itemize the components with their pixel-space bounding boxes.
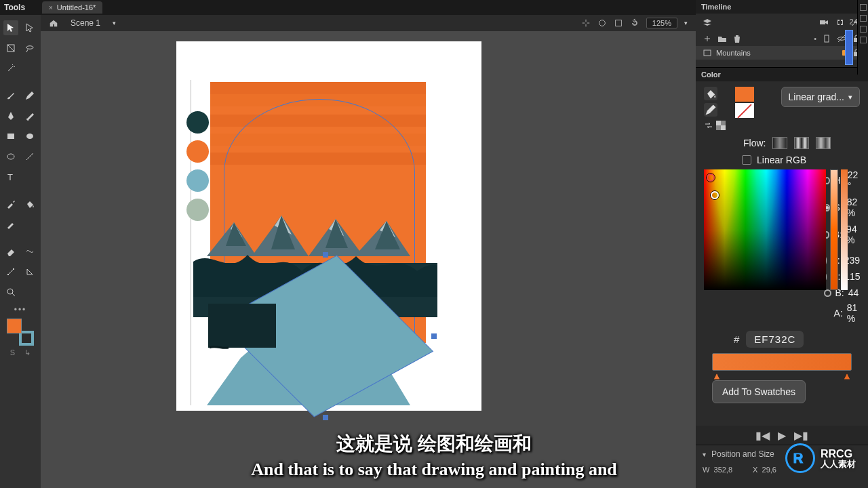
tools-panel: T ••• S ↳ (0, 15, 41, 488)
fill-swatch[interactable] (7, 319, 22, 333)
gradient-stop-left[interactable] (713, 370, 720, 377)
zoom-dropdown-icon[interactable]: ▾ (684, 20, 688, 26)
fill-stroke-swatch[interactable] (7, 319, 34, 346)
go-start-icon[interactable]: ▮◀ (755, 429, 770, 442)
timeline-title: Timeline (696, 0, 868, 14)
lasso-tool[interactable] (22, 41, 37, 56)
a-value[interactable]: 81 % (847, 302, 860, 324)
center-stage-icon[interactable] (581, 18, 591, 28)
outline-toggle-icon[interactable] (822, 34, 831, 43)
brush-tool[interactable] (3, 88, 18, 103)
object-drawing-icon[interactable]: ↳ (24, 348, 31, 357)
fit-icon[interactable] (614, 18, 623, 28)
delete-layer-icon[interactable] (732, 34, 742, 43)
ws-icon[interactable] (860, 4, 867, 11)
palette-circle-1 (186, 111, 209, 134)
s-value[interactable]: 82 % (847, 197, 860, 218)
default-colors-icon[interactable] (716, 121, 726, 130)
home-icon[interactable] (49, 18, 58, 28)
svg-point-0 (599, 20, 605, 26)
document-tab[interactable]: × Untitled-16* (42, 1, 102, 14)
gradient-preview[interactable] (712, 353, 852, 371)
bone-tool[interactable] (3, 264, 18, 279)
ink-bottle-tool[interactable] (3, 217, 18, 232)
ellipse-tool[interactable] (22, 129, 37, 144)
pencil-tool[interactable] (22, 88, 37, 103)
x-label: X (753, 466, 757, 474)
svg-rect-19 (820, 20, 825, 24)
line-tool[interactable] (22, 149, 37, 164)
width-tool[interactable] (22, 244, 37, 259)
chevron-down-icon[interactable]: ▾ (703, 451, 706, 458)
free-transform-tool[interactable] (3, 41, 18, 56)
rgb-b-radio[interactable] (824, 289, 831, 297)
camera-icon[interactable] (819, 18, 829, 27)
ws-icon[interactable] (860, 37, 867, 43)
watermark-logo-icon (785, 443, 815, 473)
ws-icon[interactable] (860, 15, 867, 22)
hex-input[interactable]: EF732C (746, 331, 804, 348)
layer-row[interactable]: Mountains (696, 46, 868, 60)
magic-wand-tool[interactable] (3, 61, 18, 76)
paint-brush-tool[interactable] (22, 108, 37, 123)
gradient-stop-right[interactable] (844, 370, 850, 377)
hue-slider[interactable] (830, 169, 838, 290)
flow-repeat-icon[interactable] (816, 137, 831, 149)
saturation-value-box[interactable] (704, 169, 826, 290)
w-value[interactable]: 352,8 (714, 466, 733, 474)
color-spectrum[interactable] (704, 169, 820, 290)
swap-colors-icon[interactable] (704, 121, 713, 130)
fill-color-swatch[interactable] (735, 87, 754, 102)
eyedropper-tool[interactable] (3, 197, 18, 211)
linear-rgb-checkbox[interactable] (742, 155, 751, 165)
b-value[interactable]: 94 % (846, 224, 860, 245)
selection-tool[interactable] (3, 20, 18, 35)
scene-dropdown-icon[interactable]: ▾ (113, 20, 116, 26)
more-tools-icon[interactable]: ••• (0, 305, 41, 314)
selected-shape[interactable] (210, 248, 441, 458)
paint-bucket-tool[interactable] (22, 197, 37, 211)
x-value[interactable]: 29,6 (762, 466, 776, 474)
fill-type-select[interactable]: Linear grad... ▾ (781, 87, 861, 107)
add-to-swatches-button[interactable]: Add To Swatches (712, 380, 806, 403)
stroke-pencil-icon[interactable] (704, 103, 717, 117)
ws-icon[interactable] (860, 26, 867, 33)
play-icon[interactable]: ▶ (778, 429, 786, 442)
new-layer-icon[interactable] (703, 34, 712, 43)
bind-tool[interactable] (22, 264, 37, 279)
snap-icon[interactable]: S (10, 348, 15, 357)
clip-icon[interactable] (597, 18, 607, 28)
canvas-stage[interactable] (41, 31, 696, 488)
alpha-slider[interactable] (841, 169, 848, 290)
new-folder-icon[interactable] (717, 34, 727, 43)
layer-name: Mountains (716, 49, 751, 57)
go-end-icon[interactable]: ▶▮ (794, 429, 808, 442)
subselection-tool[interactable] (22, 20, 37, 35)
workspace-switcher[interactable] (857, 0, 868, 75)
rotate-icon[interactable] (630, 18, 639, 28)
h-value[interactable]: 22 ° (848, 169, 860, 191)
zoom-level[interactable]: 125% (646, 18, 677, 28)
layers-icon[interactable] (703, 18, 712, 27)
stroke-color-swatch[interactable] (735, 103, 754, 118)
frame-strip[interactable] (845, 30, 853, 65)
eraser-tool[interactable] (3, 244, 18, 259)
text-tool[interactable]: T (3, 169, 18, 184)
gradient-stop-cursor-1[interactable] (707, 174, 715, 182)
zoom-tool[interactable] (3, 285, 18, 300)
link-icon[interactable] (835, 18, 845, 27)
bc-value[interactable]: 44 (848, 287, 859, 298)
oval-tool[interactable] (3, 149, 18, 164)
pen-tool[interactable] (3, 108, 18, 123)
gradient-stop-cursor-2[interactable] (711, 191, 719, 199)
fill-bucket-icon[interactable] (704, 87, 717, 100)
close-tab-icon[interactable]: × (49, 4, 53, 12)
w-label: W (703, 466, 709, 474)
flow-reflect-icon[interactable] (794, 137, 809, 149)
flow-extend-icon[interactable] (772, 137, 787, 149)
rectangle-tool[interactable] (3, 129, 18, 144)
svg-rect-16 (323, 252, 328, 258)
linear-rgb-label: Linear RGB (757, 155, 806, 165)
watermark-line1: RRCG (821, 449, 856, 460)
scene-name[interactable]: Scene 1 (71, 18, 100, 28)
